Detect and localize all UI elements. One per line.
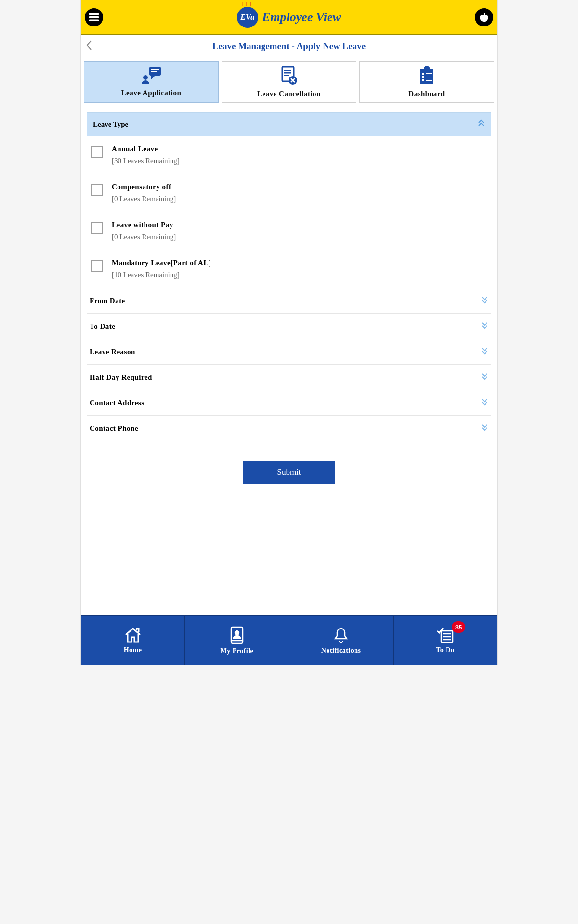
brand-name: Employee View <box>262 10 341 25</box>
svg-rect-23 <box>426 80 432 81</box>
clipboard-icon <box>418 66 435 87</box>
section-label: To Date <box>90 322 115 331</box>
svg-rect-6 <box>151 71 157 72</box>
leave-name: Leave without Pay <box>112 221 176 229</box>
leave-remaining: [30 Leaves Remaining] <box>112 157 180 165</box>
section-contact-phone[interactable]: Contact Phone <box>87 416 491 441</box>
leave-option-lwp: Leave without Pay [0 Leaves Remaining] <box>87 212 491 250</box>
back-button[interactable] <box>86 40 95 52</box>
bell-icon <box>333 627 349 644</box>
leave-remaining: [0 Leaves Remaining] <box>112 195 176 203</box>
nav-label: Notifications <box>321 647 361 654</box>
leave-text: Leave without Pay [0 Leaves Remaining] <box>112 221 176 241</box>
section-label: Leave Reason <box>90 348 135 356</box>
nav-label: To Do <box>436 646 454 654</box>
app-viewport: | | | EVu Employee View Leave Management… <box>80 0 498 665</box>
tab-label: Dashboard <box>408 90 445 98</box>
submit-wrap: Submit <box>87 441 491 493</box>
checkbox[interactable] <box>91 146 103 158</box>
leave-option-mandatory: Mandatory Leave[Part of AL] [10 Leaves R… <box>87 250 491 288</box>
tab-leave-application[interactable]: Leave Application <box>84 61 219 103</box>
svg-rect-20 <box>422 76 424 78</box>
nav-label: Home <box>124 646 142 654</box>
tab-label: Leave Application <box>121 89 182 97</box>
checkbox[interactable] <box>91 184 103 196</box>
section-label: Contact Phone <box>90 424 138 433</box>
svg-rect-9 <box>284 70 291 71</box>
svg-rect-21 <box>426 77 432 77</box>
section-from-date[interactable]: From Date <box>87 288 491 314</box>
leave-text: Mandatory Leave[Part of AL] [10 Leaves R… <box>112 259 211 279</box>
chevron-down-double-icon <box>481 321 488 331</box>
section-to-date[interactable]: To Date <box>87 314 491 339</box>
chat-person-icon <box>141 67 162 86</box>
submit-button[interactable]: Submit <box>243 461 334 484</box>
leave-name: Mandatory Leave[Part of AL] <box>112 259 211 267</box>
nav-notifications[interactable]: Notifications <box>289 616 394 665</box>
svg-rect-5 <box>151 69 159 70</box>
tab-leave-cancellation[interactable]: Leave Cancellation <box>222 61 356 103</box>
leave-option-annual: Annual Leave [30 Leaves Remaining] <box>87 136 491 174</box>
svg-rect-17 <box>425 66 429 68</box>
content-area: Leave Type Annual Leave [30 Leaves Remai… <box>81 105 497 615</box>
svg-rect-10 <box>284 72 291 74</box>
tab-dashboard[interactable]: Dashboard <box>359 61 494 103</box>
svg-rect-18 <box>422 73 424 75</box>
todo-badge: 35 <box>452 621 465 633</box>
chevron-down-double-icon <box>481 347 488 357</box>
title-row: Leave Management - Apply New Leave <box>81 35 497 58</box>
page-title: Leave Management - Apply New Leave <box>95 41 483 51</box>
chevron-down-double-icon <box>481 372 488 382</box>
chevron-left-icon <box>86 40 92 51</box>
tab-label: Leave Cancellation <box>257 90 321 98</box>
section-title: Leave Type <box>93 120 128 128</box>
nav-profile[interactable]: My Profile <box>185 616 289 665</box>
leave-text: Compensatory off [0 Leaves Remaining] <box>112 183 176 203</box>
svg-rect-1 <box>89 17 99 18</box>
brand-rays-icon: | | | <box>242 1 252 6</box>
nav-todo[interactable]: 35 To Do <box>394 616 497 665</box>
svg-rect-19 <box>426 73 432 74</box>
checkbox[interactable] <box>91 260 103 272</box>
chevron-down-double-icon <box>481 398 488 408</box>
power-button[interactable] <box>475 8 493 26</box>
home-icon <box>124 627 142 643</box>
nav-label: My Profile <box>220 647 253 655</box>
svg-rect-2 <box>89 20 99 21</box>
leave-option-compoff: Compensatory off [0 Leaves Remaining] <box>87 174 491 212</box>
tab-strip: Leave Application Leave Cancellation Das… <box>81 58 497 105</box>
leave-name: Annual Leave <box>112 145 180 153</box>
chevron-down-double-icon <box>481 296 488 306</box>
checklist-icon <box>436 627 454 643</box>
svg-point-7 <box>143 75 148 80</box>
checkbox[interactable] <box>91 222 103 234</box>
chevron-up-double-icon <box>477 119 485 129</box>
leave-remaining: [10 Leaves Remaining] <box>112 271 211 279</box>
section-leave-reason[interactable]: Leave Reason <box>87 339 491 365</box>
leave-text: Annual Leave [30 Leaves Remaining] <box>112 145 180 165</box>
document-cancel-icon <box>279 66 299 87</box>
leave-remaining: [0 Leaves Remaining] <box>112 233 176 241</box>
bottom-nav: Home My Profile Notifications 35 To Do <box>81 615 497 665</box>
svg-rect-11 <box>284 75 289 76</box>
power-icon <box>479 13 489 22</box>
section-label: From Date <box>90 297 125 305</box>
hamburger-icon <box>89 13 99 21</box>
section-contact-address[interactable]: Contact Address <box>87 390 491 416</box>
leave-type-header[interactable]: Leave Type <box>87 112 491 136</box>
svg-rect-0 <box>89 13 99 15</box>
top-bar: | | | EVu Employee View <box>81 0 497 35</box>
section-half-day[interactable]: Half Day Required <box>87 365 491 390</box>
svg-marker-4 <box>151 76 155 79</box>
brand-logo: | | | EVu Employee View <box>237 7 341 28</box>
menu-button[interactable] <box>85 8 103 26</box>
svg-point-26 <box>235 631 239 635</box>
leave-name: Compensatory off <box>112 183 176 191</box>
section-label: Half Day Required <box>90 373 152 382</box>
section-label: Contact Address <box>90 399 144 407</box>
brand-short: EVu <box>240 13 254 22</box>
svg-rect-22 <box>422 79 424 81</box>
chevron-down-double-icon <box>481 424 488 433</box>
profile-device-icon <box>230 626 244 644</box>
nav-home[interactable]: Home <box>81 616 185 665</box>
